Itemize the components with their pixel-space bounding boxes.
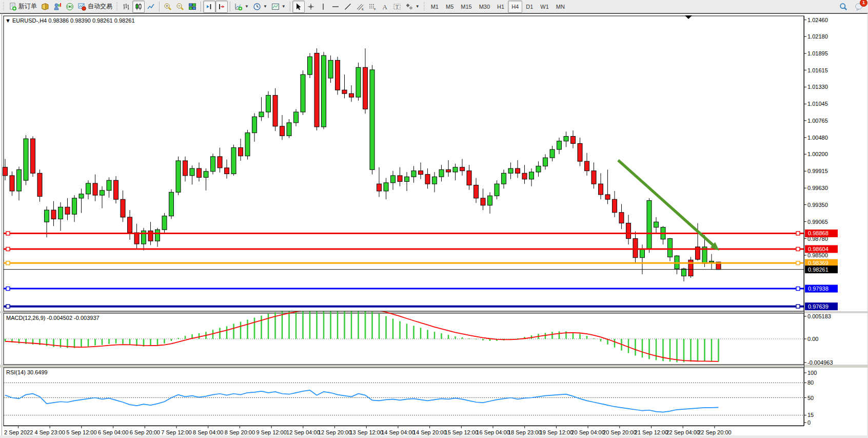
support-line-blue-anchor[interactable]	[6, 287, 10, 291]
tf-m1-button[interactable]: M1	[427, 1, 442, 13]
price-axis[interactable]: 1.024601.021801.018951.016151.013301.010…	[804, 16, 838, 426]
resistance-line-2-badge-label: 0.98604	[808, 246, 828, 252]
tile-windows-button[interactable]	[186, 1, 199, 13]
tf-m15-button[interactable]: M15	[457, 1, 475, 13]
crosshair-button[interactable]	[305, 1, 317, 13]
chevron-down-icon[interactable]: ▼	[263, 4, 267, 9]
chart-canvas[interactable]: MACD(12,26,9) -0.004502 -0.003937RSI(14)…	[0, 13, 868, 438]
hline-icon	[331, 3, 340, 11]
tf-m5-button-label: M5	[446, 4, 453, 10]
auto-scroll-button[interactable]	[215, 1, 228, 13]
candle	[508, 168, 513, 173]
horizontal-line-button[interactable]	[329, 1, 342, 13]
news-sound-button[interactable]	[64, 1, 76, 13]
chart-candles-icon	[134, 3, 143, 11]
chart-menu-triangle-icon[interactable]: ▼	[5, 17, 11, 24]
candle	[495, 184, 499, 196]
candle	[633, 239, 638, 258]
candle	[543, 158, 548, 166]
candle	[328, 60, 333, 78]
text-button[interactable]: A	[379, 1, 391, 13]
search-button[interactable]	[837, 1, 850, 13]
line-chart-button[interactable]	[145, 1, 157, 13]
candle	[294, 112, 299, 123]
tf-d1-button[interactable]: D1	[522, 1, 537, 13]
candle	[439, 169, 444, 177]
macd-label: MACD(12,26,9) -0.004502 -0.003937	[6, 315, 100, 321]
periods-button[interactable]: ▼	[251, 1, 269, 13]
rsi-panel: RSI(14) 30.6499	[4, 368, 804, 426]
candle	[86, 183, 91, 194]
chevron-down-icon[interactable]: ▼	[282, 4, 286, 9]
cursor-button[interactable]	[292, 1, 305, 13]
arrows-button[interactable]: ▼	[403, 1, 422, 13]
vertical-line-button[interactable]	[317, 1, 329, 13]
support-line-orange-anchor[interactable]	[796, 261, 800, 265]
toolbar-drag-handle[interactable]	[116, 2, 119, 11]
chart-bars-icon	[122, 3, 130, 11]
macd-tick: 0.00	[807, 336, 818, 342]
candle	[114, 180, 119, 199]
tf-m5-button[interactable]: M5	[442, 1, 457, 13]
candlestick-chart-button[interactable]	[132, 1, 145, 13]
trendline-button[interactable]	[342, 1, 354, 13]
toolbar-drag-handle[interactable]	[423, 2, 426, 11]
resistance-line-1-anchor[interactable]	[6, 232, 10, 235]
time-tick: 16 Sep 04:00	[476, 429, 509, 435]
tf-h4-button-label: H4	[511, 4, 519, 10]
new-order-button-label: 新订单	[18, 2, 37, 11]
support-line-orange-badge-label: 0.98369	[808, 260, 828, 266]
tf-h4-button[interactable]: H4	[508, 1, 522, 13]
support-line-orange-anchor[interactable]	[6, 261, 10, 265]
bar-chart-button[interactable]	[120, 1, 132, 13]
zoom-out-button[interactable]	[174, 1, 186, 13]
resistance-line-2-anchor[interactable]	[6, 247, 10, 251]
rsi-tick: 80	[807, 379, 814, 386]
chevron-down-icon[interactable]: ▼	[416, 4, 420, 9]
zoom-in-button[interactable]	[162, 1, 174, 13]
trendline-icon	[344, 3, 352, 11]
time-axis[interactable]: 2 Sep 20224 Sep 23:005 Sep 12:006 Sep 04…	[0, 426, 868, 438]
candle	[72, 198, 77, 214]
autotrading-button[interactable]: 自动交易	[76, 1, 114, 13]
fibonacci-button[interactable]: F	[366, 1, 379, 13]
text-icon: A	[381, 3, 389, 11]
strategy-tester-button[interactable]	[51, 1, 64, 13]
resistance-line-2-anchor[interactable]	[796, 247, 800, 251]
price-tick: 1.02180	[807, 33, 828, 40]
candle	[557, 141, 562, 149]
tf-m30-button[interactable]: M30	[476, 1, 494, 13]
resistance-line-1-badge-label: 0.98868	[808, 230, 828, 236]
chevron-down-icon[interactable]: ▼	[245, 4, 249, 9]
candle	[529, 172, 534, 179]
toolbar-drag-handle[interactable]	[3, 2, 5, 11]
templates-button[interactable]: ▼	[269, 1, 288, 13]
rsi-tick: 0	[807, 420, 811, 426]
candle	[425, 175, 430, 184]
candle	[10, 176, 14, 191]
candle	[51, 210, 56, 219]
tf-mn-button[interactable]: MN	[553, 1, 568, 13]
resistance-line-1-anchor[interactable]	[796, 232, 800, 235]
panel-separator-rsi[interactable]	[0, 365, 868, 368]
support-line-blue-anchor[interactable]	[796, 287, 800, 291]
equidistant-channel-button[interactable]: E	[354, 1, 366, 13]
new-order-button[interactable]: 新订单	[7, 1, 39, 13]
candle	[453, 167, 458, 172]
support-line-navy-anchor[interactable]	[796, 304, 800, 308]
chart-shift-button[interactable]	[203, 1, 215, 13]
candle	[65, 207, 70, 214]
notifications-button[interactable]: 1	[853, 1, 865, 13]
toolbar-separator	[159, 2, 160, 12]
price-tick: 0.99350	[807, 202, 828, 208]
candle	[308, 56, 312, 74]
support-line-navy-anchor[interactable]	[6, 304, 10, 308]
tf-h1-button[interactable]: H1	[494, 1, 508, 13]
market-watch-button[interactable]	[39, 1, 51, 13]
tf-m15-button-label: M15	[461, 4, 471, 10]
indicators-button[interactable]: ▼	[232, 1, 251, 13]
tf-w1-button[interactable]: W1	[537, 1, 553, 13]
price-tick: 1.01045	[807, 101, 828, 107]
text-label-button[interactable]: T	[391, 1, 403, 13]
panel-separator-macd[interactable]	[0, 311, 868, 313]
